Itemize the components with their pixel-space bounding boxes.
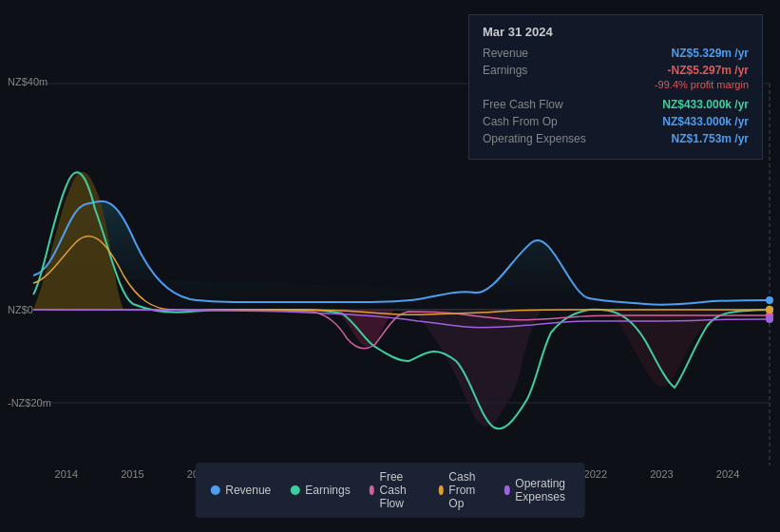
legend: Revenue Earnings Free Cash Flow Cash Fro… <box>195 463 585 518</box>
legend-item-opex[interactable]: Operating Expenses <box>504 470 570 510</box>
x-label-2015: 2015 <box>121 468 143 480</box>
legend-item-earnings[interactable]: Earnings <box>290 470 350 510</box>
legend-label-revenue: Revenue <box>225 484 271 497</box>
y-label-0: NZ$0 <box>8 304 33 315</box>
tooltip-label-fcf: Free Cash Flow <box>483 98 563 111</box>
tooltip-label-cashfromop: Cash From Op <box>483 115 558 128</box>
tooltip-profit-margin: -99.4% profit margin <box>655 79 749 90</box>
tooltip-row-opex: Operating Expenses NZ$1.753m /yr <box>483 132 749 145</box>
tooltip-row-revenue: Revenue NZ$5.329m /yr <box>483 47 749 60</box>
legend-label-earnings: Earnings <box>305 484 350 497</box>
svg-point-4 <box>766 296 773 304</box>
chart-area: NZ$40m NZ$0 -NZ$20m 2014 2015 2016 2017 … <box>0 0 780 532</box>
legend-dot-cashfromop <box>438 485 443 495</box>
legend-item-cashfromop[interactable]: Cash From Op <box>438 470 485 510</box>
tooltip-row-cashfromop: Cash From Op NZ$433.000k /yr <box>483 115 749 128</box>
legend-dot-earnings <box>290 485 299 495</box>
legend-dot-fcf <box>370 485 374 495</box>
x-label-2014: 2014 <box>55 468 78 480</box>
y-label-40m: NZ$40m <box>8 76 48 87</box>
tooltip-label-revenue: Revenue <box>483 47 528 60</box>
svg-point-8 <box>766 315 773 323</box>
legend-label-fcf: Free Cash Flow <box>380 470 420 510</box>
tooltip-row-earnings: Earnings -NZ$5.297m /yr <box>483 64 749 77</box>
x-label-2023: 2023 <box>650 468 673 480</box>
tooltip-value-fcf: NZ$433.000k /yr <box>662 98 749 111</box>
tooltip-value-cashfromop: NZ$433.000k /yr <box>662 115 749 128</box>
legend-item-revenue[interactable]: Revenue <box>210 470 271 510</box>
tooltip-label-earnings: Earnings <box>483 64 527 77</box>
x-label-2022: 2022 <box>584 468 607 480</box>
tooltip-value-earnings: -NZ$5.297m /yr <box>668 64 749 77</box>
legend-dot-opex <box>504 485 509 495</box>
legend-item-fcf[interactable]: Free Cash Flow <box>370 470 420 510</box>
svg-point-7 <box>766 306 773 314</box>
tooltip-row-fcf: Free Cash Flow NZ$433.000k /yr <box>483 98 749 111</box>
tooltip-box: Mar 31 2024 Revenue NZ$5.329m /yr Earnin… <box>468 14 763 160</box>
legend-label-cashfromop: Cash From Op <box>448 470 485 510</box>
tooltip-label-opex: Operating Expenses <box>483 132 586 145</box>
tooltip-row-margin: -99.4% profit margin <box>483 81 749 94</box>
y-label-neg20m: -NZ$20m <box>8 397 51 408</box>
legend-label-opex: Operating Expenses <box>515 477 569 504</box>
tooltip-value-revenue: NZ$5.329m /yr <box>672 47 749 60</box>
x-label-2024: 2024 <box>716 468 739 480</box>
tooltip-value-opex: NZ$1.753m /yr <box>672 132 749 145</box>
tooltip-title: Mar 31 2024 <box>483 25 749 39</box>
legend-dot-revenue <box>210 485 219 495</box>
